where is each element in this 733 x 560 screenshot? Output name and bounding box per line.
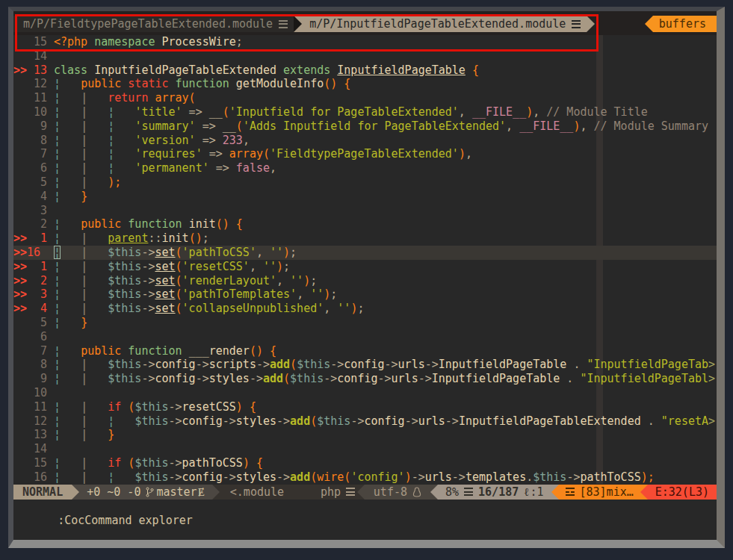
line-number: 10 xyxy=(27,105,47,119)
sign-column xyxy=(13,35,27,49)
sign-column xyxy=(13,400,27,414)
buffer-line[interactable]: >> 1¦ | $this->set('resetCSS', ''); xyxy=(13,260,717,274)
token: add xyxy=(270,358,290,371)
buffer-line[interactable]: 9¦ | $this->config->styles->add($this->c… xyxy=(13,372,717,386)
buffer-line[interactable]: 16¦ | ¦ $this->config->styles->add(wire(… xyxy=(13,470,717,485)
token: namespace xyxy=(94,35,155,49)
code-text: <?php namespace ProcessWire; xyxy=(47,35,717,49)
token xyxy=(87,91,108,105)
token: ; xyxy=(310,274,317,287)
buffer-line[interactable]: >> 4¦ | $this->set('collapseUnpublished'… xyxy=(13,302,717,316)
token: . xyxy=(526,470,533,484)
buffer-line[interactable]: >> 3¦ | $this->set('pathToTemplates', ''… xyxy=(13,287,717,302)
token: -> xyxy=(452,470,466,484)
line-number: 16 xyxy=(27,470,47,485)
token: 'requires' xyxy=(134,147,202,161)
buffer-line[interactable]: 15<?php namespace ProcessWire; xyxy=(13,35,717,49)
token: public xyxy=(81,344,121,358)
tabline-spacer xyxy=(595,16,644,32)
token xyxy=(61,217,81,231)
line-number: 12 xyxy=(27,414,47,429)
buffer-line[interactable]: >> 1¦ | parent::init(); xyxy=(13,231,717,246)
token: ¦ xyxy=(108,414,114,428)
token: InputfieldPageTable xyxy=(439,358,567,371)
code-text: ¦ | $this->config->styles->add($this->co… xyxy=(47,372,717,386)
token: function xyxy=(128,344,182,358)
token: ); xyxy=(641,470,655,484)
bars-broken-icon xyxy=(566,488,575,496)
buffer-line[interactable]: 10 xyxy=(13,386,717,400)
token xyxy=(87,246,108,259)
command-line[interactable]: :CocCommand explorer xyxy=(13,500,717,514)
token: false xyxy=(236,161,270,175)
token: ¦ xyxy=(54,217,61,231)
token xyxy=(87,231,108,245)
buffer-line[interactable]: >> 13class InputfieldPageTableExtended e… xyxy=(13,63,717,78)
buffers-badge[interactable]: buffers xyxy=(653,16,717,32)
buffer-line[interactable]: 14 xyxy=(13,49,717,63)
token xyxy=(61,287,81,301)
buffer-line[interactable]: 12¦ | ¦ $this->config->styles->add($this… xyxy=(13,414,717,429)
token: ; xyxy=(283,260,290,273)
token: > xyxy=(708,358,715,371)
sign-column xyxy=(13,175,27,190)
buffer-line[interactable]: >>16 ¦ | $this->set('pathToCSS', ''); xyxy=(13,246,717,260)
diagnostic-sign: >> xyxy=(13,246,27,260)
token: add xyxy=(263,372,283,385)
buffer-line[interactable]: 9¦ | ¦ 'summary' => __('Adds Inputfield … xyxy=(13,119,717,134)
token: InputfieldPageTableExtended xyxy=(94,63,276,77)
line-number: 8 xyxy=(27,134,47,148)
buffer-line[interactable]: 5¦ } xyxy=(13,316,717,330)
buffer-line[interactable]: 6¦ | ¦ 'permanent' => false, xyxy=(13,161,717,175)
buffer-line[interactable]: 12¦ public static function getModuleInfo… xyxy=(13,77,717,91)
buffer-line[interactable]: 4¦ } xyxy=(13,190,717,204)
buffer-line[interactable]: 2¦ public function init() { xyxy=(13,217,717,231)
sign-column xyxy=(13,105,27,119)
token: | xyxy=(81,161,87,175)
buffer-line[interactable]: 14 xyxy=(13,442,717,456)
buffer-line[interactable]: >> 2¦ | $this->set('renderLayout', ''); xyxy=(13,274,717,288)
buffer-line[interactable]: 15¦ | if ($this->pathToCSS) { xyxy=(13,456,717,470)
buffer-line[interactable]: 3 xyxy=(13,204,717,218)
buffer-line[interactable]: 11¦ | if ($this->resetCSS) { xyxy=(13,400,717,414)
code-text: ¦ | ¦ 'version' => 233, xyxy=(47,134,717,148)
token: ¦ xyxy=(54,105,61,119)
buffer-line[interactable]: 8¦ | $this->config->scripts->add($this->… xyxy=(13,358,717,372)
bars-icon xyxy=(572,20,581,28)
buffer-line[interactable]: 6 xyxy=(13,330,717,344)
buffer-line[interactable]: 10¦ | ¦ 'title' => __('Inputfield for Pa… xyxy=(13,105,717,119)
code-text: ¦ } xyxy=(47,190,717,204)
position-segment: 8% 16/187 ℓ :1 xyxy=(438,485,551,500)
line-number: 1 xyxy=(27,231,47,246)
buffer-line[interactable]: 5¦ | ); xyxy=(13,175,717,190)
token: set xyxy=(155,260,175,273)
token xyxy=(87,358,108,371)
token: -> xyxy=(405,414,418,428)
buffer-line[interactable]: 7¦ public function ___render() { xyxy=(13,344,717,358)
sign-column xyxy=(13,428,27,442)
token xyxy=(182,344,189,358)
token: InputfieldPageTable xyxy=(432,372,560,385)
token: { xyxy=(250,400,256,414)
tab-inputfield-module[interactable]: m/P/InputfieldPageTableExtended.module xyxy=(302,16,587,32)
sign-column xyxy=(13,91,27,105)
line-number: 5 xyxy=(27,316,47,330)
token: ¦ xyxy=(108,134,114,147)
tab-fieldtype-module[interactable]: m/P/FieldtypePageTableExtended.module xyxy=(13,16,294,32)
buffer-line[interactable]: 11¦ | return array( xyxy=(13,91,717,105)
buffer-line[interactable]: 13¦ | } xyxy=(13,428,717,442)
token: ¦ xyxy=(54,302,61,315)
diagnostic-sign: >> xyxy=(13,63,27,78)
token: set xyxy=(155,246,175,259)
token: $this xyxy=(134,456,168,470)
line-number: 10 xyxy=(27,386,47,400)
token xyxy=(87,372,108,385)
code-text: ¦ } xyxy=(47,316,717,330)
token: -> xyxy=(196,358,209,371)
token: ( xyxy=(236,119,243,133)
buffer-line[interactable]: 8¦ | ¦ 'version' => 233, xyxy=(13,134,717,148)
token: "InputfieldPageTab xyxy=(587,358,708,371)
token: urls xyxy=(418,414,445,428)
token: => xyxy=(202,147,229,161)
buffer-line[interactable]: 7¦ | ¦ 'requires' => array('FieldtypePag… xyxy=(13,147,717,161)
